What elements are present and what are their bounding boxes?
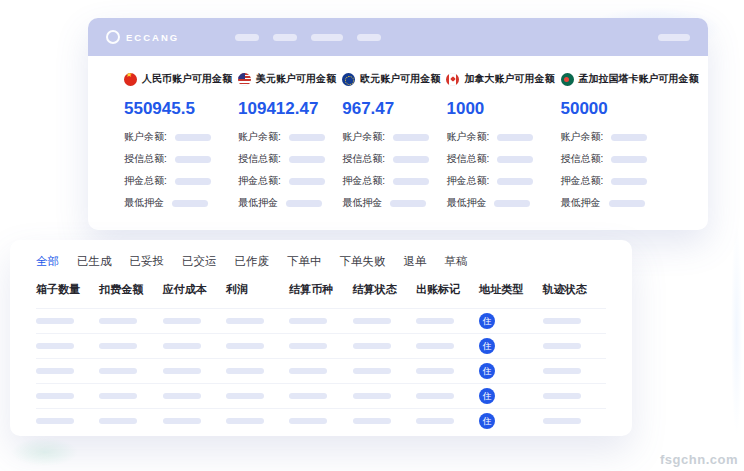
table-cell — [416, 318, 479, 324]
table-cell — [163, 343, 226, 349]
cell-placeholder — [543, 368, 581, 374]
balance-card: ECCANG 人民币账户可用金额 550945.5 账户余额: 授信总额: 押金… — [88, 18, 708, 230]
account-detail-row: 账户余额: — [238, 132, 334, 142]
order-tab[interactable]: 已生成 — [77, 254, 112, 269]
account-detail-row: 授信总额: — [446, 154, 552, 164]
table-cell — [36, 368, 99, 374]
account-field-label: 账户余额: — [238, 130, 281, 144]
table-cell — [99, 318, 162, 324]
account-field-label: 账户余额: — [342, 130, 385, 144]
account-detail-row: 最低押金 — [238, 198, 334, 208]
cell-placeholder — [289, 343, 327, 349]
account-title: 人民币账户可用金额 — [124, 72, 230, 86]
account-detail-row: 授信总额: — [342, 154, 438, 164]
table-cell — [543, 418, 606, 424]
usa-flag-icon — [238, 73, 251, 86]
table-row: 住 — [36, 333, 606, 358]
account-detail-row: 最低押金 — [561, 198, 696, 208]
order-tab[interactable]: 草稿 — [445, 254, 468, 269]
cell-placeholder — [416, 343, 454, 349]
cell-placeholder — [226, 343, 264, 349]
account-field-label: 最低押金 — [342, 196, 382, 210]
account-detail-row: 押金总额: — [446, 176, 552, 186]
table-cell — [289, 418, 352, 424]
nav-menu-placeholder[interactable] — [273, 34, 297, 41]
table-cell — [543, 393, 606, 399]
value-placeholder — [393, 156, 429, 163]
table-cell — [289, 393, 352, 399]
account-field-label: 最低押金 — [238, 196, 278, 210]
account-field-label: 授信总额: — [124, 152, 167, 166]
eccang-logo: ECCANG — [106, 30, 179, 44]
account-field-label: 账户余额: — [561, 130, 604, 144]
table-cell — [163, 368, 226, 374]
order-tab[interactable]: 全部 — [36, 254, 59, 269]
table-cell — [163, 393, 226, 399]
cell-placeholder — [226, 368, 264, 374]
cell-placeholder — [99, 343, 137, 349]
account-field-label: 授信总额: — [342, 152, 385, 166]
address-type-badge: 住 — [479, 338, 495, 354]
table-cell: 住 — [479, 413, 542, 429]
value-placeholder — [393, 178, 429, 185]
account-field-label: 押金总额: — [124, 174, 167, 188]
column-header: 地址类型 — [479, 282, 542, 297]
value-placeholder — [497, 156, 533, 163]
table-cell — [226, 318, 289, 324]
account-detail-row: 授信总额: — [561, 154, 696, 164]
order-tab[interactable]: 已妥投 — [130, 254, 165, 269]
order-tab[interactable]: 退单 — [404, 254, 427, 269]
order-tab[interactable]: 已交运 — [182, 254, 217, 269]
nav-menu-placeholder[interactable] — [658, 34, 690, 41]
column-header: 结算币种 — [289, 282, 352, 297]
cell-placeholder — [353, 343, 391, 349]
account-detail-row: 最低押金 — [124, 198, 230, 208]
account-summary: 孟加拉国塔卡账户可用金额 50000 账户余额: 授信总额: 押金总额: 最低押… — [561, 72, 696, 208]
table-cell — [353, 368, 416, 374]
nav-menu-placeholder[interactable] — [235, 34, 259, 41]
eu-flag-icon — [342, 73, 355, 86]
table-row: 住 — [36, 308, 606, 333]
value-placeholder — [390, 200, 426, 207]
account-detail-row: 账户余额: — [342, 132, 438, 142]
cell-placeholder — [99, 318, 137, 324]
order-tab[interactable]: 下单失败 — [340, 254, 386, 269]
order-status-tabs: 全部已生成已妥投已交运已作废下单中下单失败退单草稿 — [10, 240, 632, 269]
table-cell: 住 — [479, 388, 542, 404]
orders-card: 全部已生成已妥投已交运已作废下单中下单失败退单草稿 箱子数量扣费金额应付成本利润… — [10, 240, 632, 436]
order-tab[interactable]: 下单中 — [287, 254, 322, 269]
order-tab[interactable]: 已作废 — [235, 254, 270, 269]
table-cell — [416, 368, 479, 374]
account-field-label: 押金总额: — [561, 174, 604, 188]
account-amount: 967.47 — [342, 98, 438, 120]
nav-menu-placeholder[interactable] — [311, 34, 343, 41]
value-placeholder — [175, 178, 211, 185]
cell-placeholder — [226, 393, 264, 399]
account-summary: 美元账户可用金额 109412.47 账户余额: 授信总额: 押金总额: 最低押… — [238, 72, 334, 208]
cell-placeholder — [36, 418, 74, 424]
table-cell — [416, 418, 479, 424]
cell-placeholder — [543, 343, 581, 349]
table-cell — [543, 368, 606, 374]
account-amount: 550945.5 — [124, 98, 230, 120]
table-row: 住 — [36, 383, 606, 408]
account-amount: 109412.47 — [238, 98, 334, 120]
cell-placeholder — [163, 368, 201, 374]
table-cell — [36, 418, 99, 424]
cell-placeholder — [289, 393, 327, 399]
table-row: 住 — [36, 358, 606, 383]
cell-placeholder — [163, 343, 201, 349]
table-cell — [163, 418, 226, 424]
value-placeholder — [289, 178, 325, 185]
table-cell — [163, 318, 226, 324]
cell-placeholder — [416, 318, 454, 324]
table-cell — [543, 318, 606, 324]
stage: ECCANG 人民币账户可用金额 550945.5 账户余额: 授信总额: 押金… — [0, 0, 744, 471]
account-detail-row: 押金总额: — [342, 176, 438, 186]
column-header: 出账标记 — [416, 282, 479, 297]
cell-placeholder — [353, 318, 391, 324]
account-detail-rows: 账户余额: 授信总额: 押金总额: 最低押金 — [446, 132, 552, 208]
account-field-label: 授信总额: — [238, 152, 281, 166]
column-header: 应付成本 — [163, 282, 226, 297]
nav-menu-placeholder[interactable] — [357, 34, 381, 41]
